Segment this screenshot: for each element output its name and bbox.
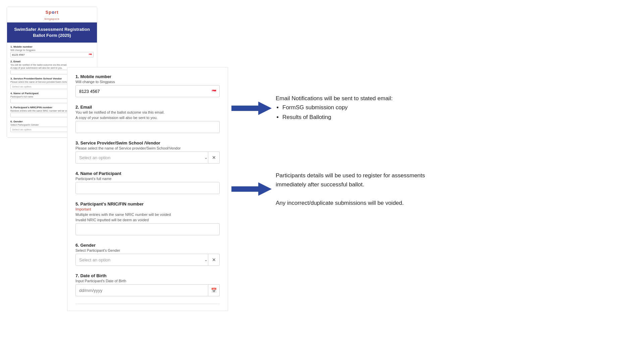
nric-note2: Invalid NRIC inputted will be deem as vo… [75, 218, 220, 222]
gender-field-label: 6. Gender [75, 243, 220, 248]
form-divider [75, 304, 220, 304]
mobile-field-label: 1. Mobile number [75, 74, 220, 79]
mobile-input[interactable] [75, 85, 220, 97]
form-field-mobile: 1. Mobile number Will change to Singpass… [75, 74, 220, 97]
nric-note1: Multiple entries with the same NRIC numb… [75, 213, 220, 217]
email-field-label: 2. Email [75, 105, 220, 110]
dob-input[interactable] [75, 284, 208, 296]
provider-clear-button[interactable]: ✕ [208, 152, 220, 164]
sidebar-field-mobile: 1. Mobile number Will change to Singpass… [10, 45, 94, 57]
form-field-nric: 5. Participant's NRIC/FIN number Importa… [75, 201, 220, 235]
participant-arrow-annotation: Participants details will be used to reg… [231, 171, 425, 207]
gender-select[interactable]: Select an option Male Female [75, 254, 208, 266]
main-form: 1. Mobile number Will change to Singpass… [67, 67, 228, 311]
mobile-input-wrapper: 🇸🇬 [75, 85, 220, 97]
form-field-gender: 6. Gender Select Participant's Gender Se… [75, 243, 220, 266]
email-input[interactable] [75, 121, 220, 133]
form-field-participant-name: 4. Name of Participant Participant's ful… [75, 171, 220, 194]
name-sublabel: Participant's full name [75, 177, 220, 181]
email-bullet-1: FormSG submission copy [282, 103, 393, 112]
email-bullet-2: Results of Balloting [282, 113, 393, 122]
name-field-label: 4. Name of Participant [75, 171, 220, 176]
dob-input-wrapper: 📅 [75, 284, 220, 296]
calendar-icon[interactable]: 📅 [208, 284, 220, 296]
dob-sublabel: Input Participant's Date of Birth [75, 279, 220, 283]
form-field-dob: 7. Date of Birth Input Participant's Dat… [75, 273, 220, 296]
email-arrow-svg [231, 102, 272, 115]
sidebar-logo: SportSingapore [7, 7, 97, 22]
participant-annotation-line1: Participants details will be used to reg… [276, 171, 425, 189]
flag-icon: 🇸🇬 [212, 89, 216, 94]
email-annotation-list: FormSG submission copy Results of Ballot… [282, 103, 393, 122]
email-sublabel: You will be notified of the ballot outco… [75, 110, 220, 114]
participant-annotation-text: Participants details will be used to reg… [272, 171, 425, 207]
nric-input[interactable] [75, 223, 220, 235]
dob-field-label: 7. Date of Birth [75, 273, 220, 278]
gender-sublabel: Select Participant's Gender [75, 248, 220, 252]
participant-arrow-svg [231, 182, 272, 196]
gender-select-wrapper: Select an option Male Female ⌄ ✕ [75, 254, 220, 266]
provider-select-wrapper: Select an option ⌄ ✕ [75, 152, 220, 164]
email-annotation-text: Email Notifications will be sent to stat… [272, 94, 393, 123]
svg-marker-1 [231, 182, 272, 196]
provider-field-label: 3. Service Provider/Swim School /Vendor [75, 140, 220, 145]
participant-annotation-line3: Any incorrect/duplicate submissions will… [276, 198, 425, 207]
participant-name-input[interactable] [75, 182, 220, 194]
nric-field-label: 5. Participant's NRIC/FIN number [75, 201, 220, 206]
gender-clear-button[interactable]: ✕ [208, 254, 220, 266]
logo-text: SportSingapore [44, 10, 59, 21]
email-arrow-annotation: Email Notifications will be sent to stat… [231, 94, 393, 123]
email-note: A copy of your submission will also be s… [75, 116, 220, 120]
mobile-sublabel: Will change to Singpass [75, 80, 220, 84]
form-field-provider: 3. Service Provider/Swim School /Vendor … [75, 140, 220, 164]
form-field-email: 2. Email You will be notified of the bal… [75, 105, 220, 133]
sidebar-title: SwimSafer Assessment Registration Ballot… [7, 22, 97, 43]
provider-select[interactable]: Select an option [75, 152, 208, 164]
svg-marker-0 [231, 102, 272, 115]
provider-sublabel: Please select the name of Service provid… [75, 146, 220, 150]
nric-important-label: Important [75, 207, 220, 211]
